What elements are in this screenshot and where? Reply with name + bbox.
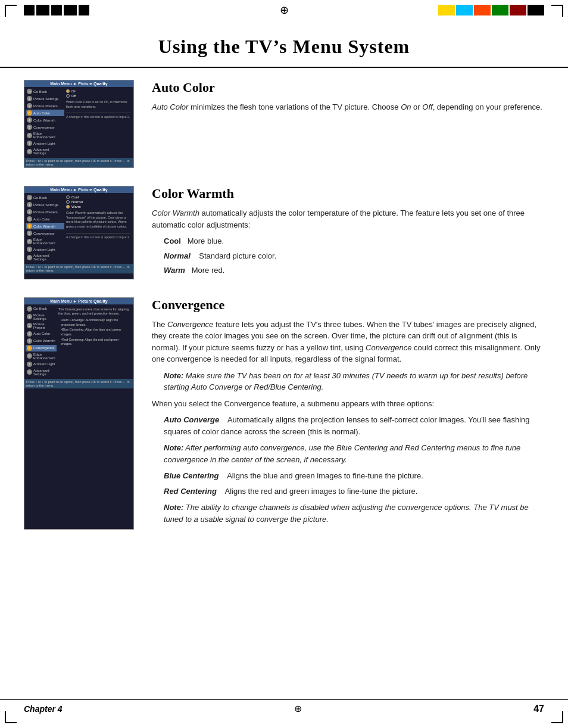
swatch-cyan [456,5,473,15]
menu-option-normal: Normal [66,200,130,204]
color-warmth-menu-mockup: Main Menu ► Picture Quality ↩ Go Back 1 … [24,186,134,279]
conv-bullet-blue: •Blue Centering: Align the blue and gree… [61,328,130,337]
conv-bullet-red: •Red Centering: Align the red and green … [61,338,130,347]
blue-centering-label: Blue Centering [164,471,219,480]
menu-item-4: 4 Color Warmth [26,338,57,344]
menu-item-1: 1 Picture Settings [26,313,57,321]
menu-item-goback: ↩ Go Back [26,306,57,312]
menu-num: 5 [27,231,32,236]
swatch-yellow [438,5,455,15]
menu-item-6: 6 Edge Enhancement [26,352,57,360]
menu-num: 2 [27,103,32,108]
menu-item-7: 7 Ambient Light [26,246,64,253]
black-bar [79,5,89,15]
page-title-section: Using the TV’s Menu System [0,30,568,68]
radio-on-icon [66,205,70,209]
black-bars-top [24,5,89,15]
menu-option-off: Off [66,94,130,98]
menu-description: Color Warmth automatically adjusts the "… [66,211,130,229]
menu-item-4: 4 Color Warmth [26,117,64,123]
menu-num: 7 [27,247,32,252]
blue-centering-item: Blue Centering Aligns the blue and green… [164,470,544,482]
auto-color-heading: Auto Color [152,80,544,95]
swatch-red [474,5,491,15]
color-warmth-text: Color Warmth Color Warmth automatically … [152,186,544,279]
menu-right-content: On Off When Auto Color is set to On, it … [64,88,132,155]
menu-item-7: 7 Ambient Light [26,361,57,368]
menu-change-note: A change in this screen is applied to In… [66,113,130,119]
menu-left-items: ↩ Go Back 1 Picture Settings 2 Picture P… [26,88,64,155]
menu-item-2: 2 Picture Presets [26,102,64,109]
menu-right-content: Cool Normal Warm Color Warmth automatica… [64,194,132,262]
menu-option-cool: Cool [66,195,130,199]
menu-description: When Auto Color is set to On, it minimiz… [66,100,130,109]
menu-num: 2 [27,209,32,214]
menu-item-2: 2 Picture Presets [26,209,64,215]
swatch-darkred [510,5,526,15]
menu-item-7: 7 Ambient Light [26,140,64,147]
menu-num: 2 [27,323,32,328]
menu-item-6: 6 Edge Enhancement [26,237,64,245]
menu-left-items: ↩ Go Back 1 Picture Settings 2 Picture P… [26,194,64,262]
radio-off-icon [66,200,70,204]
menu-nav-hint: Press ↑ or ↓ to point to an option, then… [24,379,133,388]
menu-item-8: 8 Advanced Settings [26,147,64,155]
menu-item-3: 3 Auto Color [26,216,64,222]
convergence-section: Main Menu ► Picture Quality ↩ Go Back 1 … [24,297,544,530]
footer-chapter: Chapter 4 [24,704,63,714]
swatch-green [492,5,508,15]
corner-mark-tl [5,5,17,17]
menu-num: 7 [27,362,32,367]
convergence-text: Convergence The Convergence feature lets… [152,297,544,530]
red-centering-label: Red Centering [164,487,217,496]
menu-item-3: 3 Auto Color [26,331,57,337]
menu-num: 1 [27,202,32,207]
conv-bullet-auto: •Auto Converge: Automatically align the … [61,318,130,327]
main-content: Main Menu ► Picture Quality ↩ Go Back 1 … [0,68,568,559]
black-bar [64,5,77,15]
black-bar [36,5,49,15]
color-warmth-body: Color Warmth automatically adjusts the c… [152,207,544,276]
menu-item-4-active: 4 Color Warmth [26,223,64,229]
menu-num: ↩ [27,89,32,94]
black-bar [24,5,35,15]
color-bar-top [438,5,544,15]
menu-content: ↩ Go Back 1 Picture Settings 2 Picture P… [24,87,133,157]
swatch-black [528,5,544,15]
menu-item-5: 5 Convergence [26,230,64,237]
menu-title-bar: Main Menu ► Picture Quality [24,80,133,87]
menu-nav-hint: Press ↑ or ↓ to point to an option, then… [24,264,133,273]
menu-num-selected: 3 [27,110,32,116]
menu-change-note: A change in this screen is applied to In… [66,233,130,239]
menu-item-1: 1 Picture Settings [26,95,64,102]
menu-num: 8 [27,149,32,154]
black-bar [51,5,62,15]
convergence-menu-mockup: Main Menu ► Picture Quality ↩ Go Back 1 … [24,297,134,530]
warmth-cool: Cool More blue. [164,235,544,247]
menu-num: 1 [27,96,32,101]
menu-num: ↩ [27,195,32,200]
menu-num-selected: 5 [27,346,32,351]
menu-title-bar: Main Menu ► Picture Quality [24,186,133,193]
menu-num: 3 [27,331,32,337]
convergence-heading: Convergence [152,297,544,313]
footer-page-number: 47 [533,704,544,714]
menu-option-on: On [66,89,130,93]
menu-item-8: 8 Advanced Settings [26,368,57,377]
menu-num: 4 [27,338,32,344]
menu-item-2: 2 Picture Presets [26,322,57,330]
menu-left-items: ↩ Go Back 1 Picture Settings 2 Picture P… [26,306,57,377]
radio-on-icon [66,89,70,93]
menu-num: 6 [27,353,32,359]
menu-num-selected: 4 [27,223,32,229]
warmth-warm: Warm More red. [164,265,544,276]
menu-nav-hint: Press ↑ or ↓ to point to an option, then… [24,158,133,167]
auto-converge-item: Auto Converge Automatically aligns the p… [164,414,544,437]
conv-menu-right: The Convergence menu has screens for ali… [57,306,132,377]
menu-option-warm: Warm [66,205,130,209]
warmth-options-list: Cool More blue. Normal Standard picture … [164,235,544,276]
auto-color-menu-mockup: Main Menu ► Picture Quality ↩ Go Back 1 … [24,80,134,168]
warmth-normal: Normal Standard picture color. [164,250,544,262]
menu-num: 6 [27,133,32,138]
menu-num: 7 [27,141,32,146]
